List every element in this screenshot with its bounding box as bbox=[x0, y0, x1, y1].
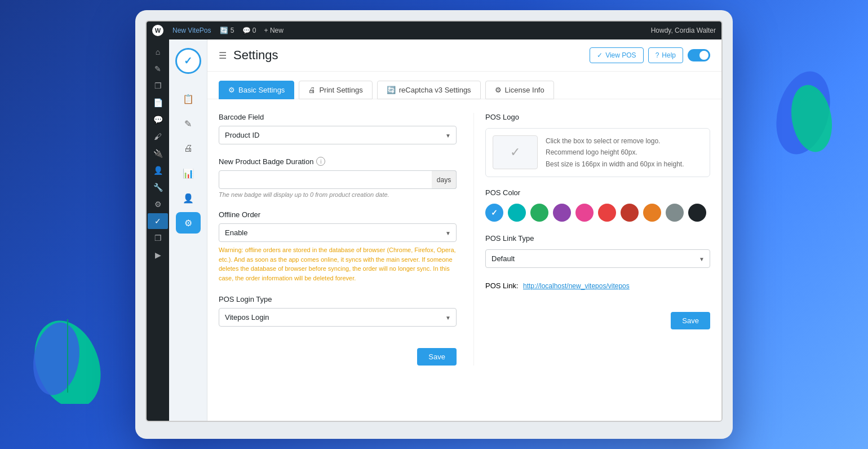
sidebar-item-customers[interactable]: 👤 bbox=[176, 187, 201, 209]
license-icon: ⚙ bbox=[495, 86, 502, 94]
wp-sidebar-vitepos[interactable]: ✓ bbox=[148, 213, 168, 229]
color-swatch-black[interactable] bbox=[688, 204, 706, 222]
badge-duration-group: New Product Badge Duration i days The ne… bbox=[219, 157, 457, 198]
barcode-field-label: Barcode Field bbox=[219, 113, 457, 121]
pos-link-label: POS Link: bbox=[485, 281, 519, 290]
header-actions: ✓ View POS ? Help bbox=[590, 47, 710, 63]
color-swatch-teal[interactable] bbox=[508, 204, 526, 222]
help-button[interactable]: ? Help bbox=[648, 47, 683, 63]
page-header: ☰ Settings ✓ View POS ? Help bbox=[207, 39, 721, 72]
badge-info-icon[interactable]: i bbox=[316, 157, 325, 166]
right-save-button[interactable]: Save bbox=[671, 312, 710, 329]
site-name[interactable]: New VitePos bbox=[172, 27, 211, 34]
logo-hint: Click the box to select or remove logo. … bbox=[546, 135, 684, 170]
badge-duration-input[interactable] bbox=[219, 170, 457, 189]
color-swatch-purple[interactable] bbox=[553, 204, 571, 222]
theme-toggle[interactable] bbox=[688, 49, 710, 61]
logo-preview[interactable]: ✓ bbox=[493, 135, 538, 169]
color-swatch-darkred[interactable] bbox=[621, 204, 639, 222]
login-type-label: POS Login Type bbox=[219, 295, 457, 303]
app-logo[interactable] bbox=[174, 46, 203, 76]
check-icon: ✓ bbox=[597, 51, 603, 59]
sidebar-item-orders[interactable]: 📊 bbox=[176, 162, 201, 184]
tab-basic-settings[interactable]: ⚙ Basic Settings bbox=[219, 81, 294, 99]
page-title: Settings bbox=[233, 48, 583, 63]
help-icon: ? bbox=[656, 51, 659, 59]
badge-help-text: The new badge will display up to 0 from … bbox=[219, 191, 457, 198]
color-swatch-orange[interactable] bbox=[643, 204, 661, 222]
wp-sidebar: ⌂ ✎ ❐ 📄 💬 🖌 🔌 👤 🔧 ⚙ ✓ ❐ ▶ bbox=[147, 39, 169, 421]
barcode-select-wrapper: Product ID SKU Barcode bbox=[219, 126, 457, 144]
offline-order-group: Offline Order Enable Disable Warning: of… bbox=[219, 210, 457, 283]
days-input-wrapper: days bbox=[219, 170, 457, 189]
color-swatch-blue[interactable] bbox=[485, 204, 503, 222]
color-swatch-red[interactable] bbox=[598, 204, 616, 222]
settings-left-panel: Barcode Field Product ID SKU Barcode bbox=[219, 113, 473, 366]
tab-print-settings[interactable]: 🖨 Print Settings bbox=[299, 81, 372, 99]
pos-link-type-select-wrapper: Default Custom bbox=[485, 249, 710, 268]
offline-order-warning: Warning: offline orders are stored in th… bbox=[219, 245, 457, 283]
app-logo-circle[interactable] bbox=[175, 48, 201, 74]
wp-sidebar-posts[interactable]: ✎ bbox=[148, 61, 168, 77]
color-swatch-green[interactable] bbox=[530, 204, 548, 222]
laptop-wrapper: W New VitePos 🔄 5 💬 0 + New Howdy, Cordi… bbox=[135, 10, 733, 439]
left-save-button[interactable]: Save bbox=[417, 348, 457, 366]
wp-sidebar-appearance[interactable]: 🖌 bbox=[148, 129, 168, 144]
color-swatch-gray[interactable] bbox=[666, 204, 684, 222]
tab-recaptcha-settings[interactable]: 🔄 reCaptcha v3 Settings bbox=[377, 81, 481, 99]
sidebar-item-reports[interactable]: 📋 bbox=[176, 88, 201, 109]
sidebar-item-settings[interactable]: ⚙ bbox=[176, 212, 201, 234]
wp-sidebar-tools[interactable]: 🔧 bbox=[148, 179, 168, 195]
pos-link-url[interactable]: http://localhost/new_vitepos/vitepos bbox=[523, 282, 630, 290]
main-layout: ⌂ ✎ ❐ 📄 💬 🖌 🔌 👤 🔧 ⚙ ✓ ❐ ▶ 📋 ✎ bbox=[147, 39, 721, 421]
login-type-select-wrapper: Vitepos Login WordPress Login bbox=[219, 308, 457, 327]
wordpress-logo[interactable]: W bbox=[152, 25, 163, 36]
comments-count[interactable]: 💬 0 bbox=[242, 27, 256, 34]
sidebar-item-print[interactable]: 🖨 bbox=[176, 138, 201, 159]
wp-sidebar-pages[interactable]: 📄 bbox=[148, 95, 168, 111]
wp-sidebar-extra1[interactable]: ❐ bbox=[148, 230, 168, 246]
color-swatch-pink[interactable] bbox=[575, 204, 594, 222]
barcode-field-group: Barcode Field Product ID SKU Barcode bbox=[219, 113, 457, 144]
color-swatches bbox=[485, 204, 710, 222]
pos-link-type-title: POS Link Type bbox=[485, 234, 710, 243]
wp-sidebar-settings[interactable]: ⚙ bbox=[148, 196, 168, 212]
view-pos-button[interactable]: ✓ View POS bbox=[590, 47, 643, 63]
gear-icon: ⚙ bbox=[228, 86, 235, 94]
wp-sidebar-extra2[interactable]: ▶ bbox=[148, 247, 168, 263]
offline-order-label: Offline Order bbox=[219, 210, 457, 219]
days-label: days bbox=[432, 170, 457, 189]
login-type-select[interactable]: Vitepos Login WordPress Login bbox=[219, 308, 457, 327]
wp-sidebar-media[interactable]: ❐ bbox=[148, 78, 168, 94]
pos-color-title: POS Color bbox=[485, 188, 710, 197]
app-sidebar: 📋 ✎ 🖨 📊 👤 ⚙ bbox=[169, 39, 207, 421]
wp-admin-bar: W New VitePos 🔄 5 💬 0 + New Howdy, Cordi… bbox=[147, 21, 721, 39]
wp-sidebar-users[interactable]: 👤 bbox=[148, 162, 168, 178]
menu-icon[interactable]: ☰ bbox=[219, 50, 227, 61]
offline-order-select-wrapper: Enable Disable bbox=[219, 223, 457, 242]
updates-count[interactable]: 🔄 5 bbox=[220, 27, 234, 34]
wp-sidebar-comments[interactable]: 💬 bbox=[148, 112, 168, 127]
laptop-screen: W New VitePos 🔄 5 💬 0 + New Howdy, Cordi… bbox=[145, 20, 723, 422]
pos-link-type-select[interactable]: Default Custom bbox=[485, 249, 710, 268]
barcode-field-select[interactable]: Product ID SKU Barcode bbox=[219, 126, 457, 144]
recaptcha-icon: 🔄 bbox=[387, 86, 396, 94]
pos-link-group: POS Link: http://localhost/new_vitepos/v… bbox=[485, 280, 710, 290]
new-menu[interactable]: + New bbox=[264, 27, 284, 34]
pos-logo-section: POS Logo ✓ Click the box to select or re… bbox=[485, 113, 710, 177]
tab-license-info[interactable]: ⚙ License Info bbox=[485, 81, 554, 99]
offline-order-select[interactable]: Enable Disable bbox=[219, 223, 457, 242]
settings-right-panel: POS Logo ✓ Click the box to select or re… bbox=[473, 113, 710, 366]
settings-content: Barcode Field Product ID SKU Barcode bbox=[207, 99, 721, 379]
content-area: ☰ Settings ✓ View POS ? Help bbox=[207, 39, 721, 421]
pos-logo-box: ✓ Click the box to select or remove logo… bbox=[485, 128, 710, 177]
login-type-group: POS Login Type Vitepos Login WordPress L… bbox=[219, 295, 457, 327]
pos-color-group: POS Color bbox=[485, 188, 710, 222]
wp-sidebar-plugins[interactable]: 🔌 bbox=[148, 146, 168, 161]
settings-tabs: ⚙ Basic Settings 🖨 Print Settings 🔄 reCa… bbox=[207, 72, 721, 99]
sidebar-item-edit[interactable]: ✎ bbox=[176, 113, 201, 134]
wp-sidebar-dashboard[interactable]: ⌂ bbox=[148, 44, 168, 60]
howdy-text: Howdy, Cordia Walter bbox=[651, 27, 716, 34]
pos-logo-title: POS Logo bbox=[485, 113, 710, 121]
right-save-row: Save bbox=[485, 303, 710, 329]
